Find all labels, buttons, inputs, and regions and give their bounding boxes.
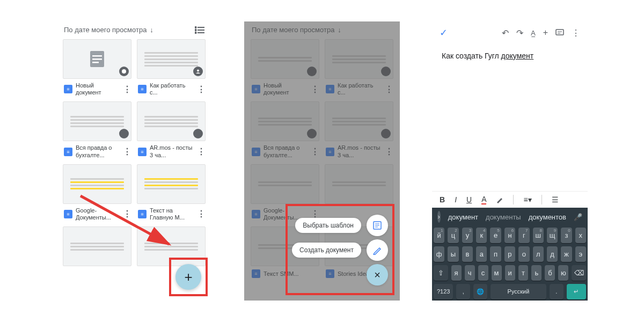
doc-title: AR.mos - посты 3 ча... [150,144,194,158]
key-ж[interactable]: ж [561,246,572,262]
highlight-button[interactable] [496,196,503,203]
docs-app-icon: ≡ [138,148,147,156]
text-color-button[interactable]: A [481,195,486,204]
key-з[interactable]: з0 [561,228,572,243]
document-body[interactable]: Как создать Гугл документ [432,44,588,68]
fab-highlight: + [169,258,208,296]
space-key[interactable]: Русский [491,284,546,299]
shift-key[interactable]: ⇧ [434,265,448,281]
key-н[interactable]: н6 [504,228,515,243]
insert-plus-icon[interactable]: + [543,28,548,38]
close-icon: × [374,269,380,281]
done-check-icon[interactable]: ✓ [440,27,448,39]
text-format-icon[interactable]: A̲ [531,29,536,37]
more-vert-icon[interactable]: ⋮ [572,28,580,38]
key-г[interactable]: г7 [518,228,529,243]
doc-title: Как работать с... [150,82,194,96]
key-р[interactable]: р [504,246,515,262]
doc-title: Новый документ [264,82,308,96]
key-й[interactable]: й1 [434,228,444,243]
align-button[interactable]: ≡▾ [523,195,531,204]
key-ф[interactable]: ф [434,246,444,262]
close-speed-dial-button[interactable]: × [367,264,388,286]
key-ч[interactable]: ч [465,265,475,281]
key-у[interactable]: у3 [462,228,473,243]
suggestion[interactable]: документов [529,213,566,221]
bold-button[interactable]: B [440,195,445,204]
key-о[interactable]: о [518,246,529,262]
key-ш[interactable]: ш8 [533,228,544,243]
key-л[interactable]: л [533,246,544,262]
key-д[interactable]: д [547,246,558,262]
doc-title: Как работать с... [338,82,382,96]
suggestion-bar: › документ документы документов 🎤 [432,208,588,226]
suggestion[interactable]: документы [486,213,521,221]
numeric-key[interactable]: ?123 [434,284,453,299]
panel-docs-list: По дате моего просмотра ↓ ≡Новый докумен… [56,21,212,301]
backspace-key[interactable]: ⌫ [572,265,586,281]
comment-icon[interactable] [555,28,564,37]
dot-key[interactable]: . [550,284,564,299]
key-т[interactable]: т [518,265,529,281]
choose-template-button[interactable]: Выбрать шаблон [295,218,361,233]
doc-more-icon[interactable]: ⋮ [197,209,204,219]
comma-key[interactable]: , [456,284,470,299]
key-щ[interactable]: щ9 [547,228,558,243]
italic-button[interactable]: I [455,195,457,204]
doc-card[interactable]: ≡Google-Документы...⋮ [63,164,131,222]
format-bar: B I U A ≡▾ ☰ [432,191,588,208]
template-icon[interactable] [367,215,388,236]
underline-button[interactable]: U [466,195,472,204]
redo-icon[interactable]: ↷ [516,28,523,38]
key-к[interactable]: к4 [476,228,487,243]
doc-card[interactable]: ≡Вся правда о бухгалте...⋮ [63,101,131,159]
key-ц[interactable]: ц2 [448,228,458,243]
doc-more-icon[interactable]: ⋮ [197,84,204,94]
doc-card[interactable] [63,226,131,270]
view-list-icon[interactable] [195,26,204,34]
doc-more-icon[interactable]: ⋮ [197,147,204,157]
doc-card[interactable]: ≡Новый документ⋮ [63,39,131,97]
doc-more-icon[interactable]: ⋮ [123,209,130,219]
globe-key[interactable]: 🌐 [473,284,487,299]
expand-suggestions-icon[interactable]: › [437,211,441,223]
doc-title: Текст на Главную М... [150,207,194,221]
key-м[interactable]: м [492,265,502,281]
svg-rect-7 [92,55,102,57]
key-а[interactable]: а [476,246,487,262]
svg-rect-8 [92,58,102,60]
create-document-button[interactable]: Создать документ [292,243,361,258]
key-ь[interactable]: ь [531,265,541,281]
doc-title: Вся правда о бухгалте... [76,144,120,158]
documents-grid: ≡Новый документ⋮ ≡Как работать с...⋮ ≡Вс… [56,39,212,270]
key-б[interactable]: б [545,265,555,281]
doc-more-icon[interactable]: ⋮ [123,147,130,157]
svg-rect-17 [556,30,564,35]
doc-card[interactable]: ≡AR.mos - посты 3 ча...⋮ [137,101,206,159]
doc-title: AR.mos - посты 3 ча... [338,144,382,158]
key-в[interactable]: в [462,246,473,262]
doc-card[interactable]: ≡Текст на Главную М...⋮ [137,164,206,222]
panel-editor: ✓ ↶ ↷ A̲ + ⋮ Как создать Гугл документ B… [432,21,588,301]
pen-icon[interactable] [367,239,388,261]
doc-more-icon[interactable]: ⋮ [123,84,130,94]
sort-header[interactable]: По дате моего просмотра ↓ [56,21,212,39]
key-х[interactable]: х [575,228,586,243]
key-я[interactable]: я [451,265,462,281]
enter-key[interactable]: ↵ [567,284,586,299]
fab-new-button[interactable]: + [175,264,201,290]
key-с[interactable]: с [478,265,488,281]
key-п[interactable]: п [490,246,501,262]
mic-icon[interactable]: 🎤 [574,213,582,221]
undo-icon[interactable]: ↶ [502,28,509,38]
list-button[interactable]: ☰ [552,195,559,204]
keyboard-row: фывапролджэ [432,245,588,264]
key-и[interactable]: и [505,265,515,281]
key-ю[interactable]: ю [558,265,568,281]
key-е[interactable]: е5 [490,228,501,243]
key-э[interactable]: э [575,246,586,262]
suggestion[interactable]: документ [448,213,478,221]
doc-card[interactable]: ≡Как работать с...⋮ [137,39,206,97]
key-ы[interactable]: ы [448,246,458,262]
panel-speed-dial: По дате моего просмотра↓ ≡Новый документ… [244,21,400,301]
